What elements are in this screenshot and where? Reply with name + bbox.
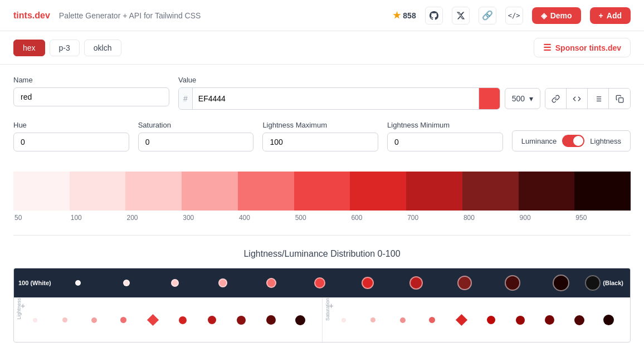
lightness-dot-wrap: [537, 275, 586, 291]
swatch-box-950[interactable]: [574, 172, 631, 211]
lightness-dot-wrap: [150, 279, 199, 287]
swatch-box-800[interactable]: [462, 172, 519, 211]
tool-code-button[interactable]: [567, 88, 588, 109]
lightness-dot: [75, 280, 81, 286]
bottom-dot-wrap-right: [388, 317, 417, 323]
saturation-label: Saturation: [138, 121, 254, 129]
bottom-dot-wrap-left: [21, 318, 50, 322]
sponsor-button[interactable]: ☰ Sponsor tints.dev: [534, 38, 631, 57]
tools-group: [545, 88, 631, 109]
bottom-dot-right: [400, 317, 406, 323]
chart-section: Lightness/Luminance Distribution 0-100 1…: [0, 249, 644, 343]
hex-input[interactable]: [193, 90, 479, 107]
swatch-label-500: 500: [294, 214, 306, 222]
swatch-label-400: 400: [238, 214, 250, 222]
swatch-label-900: 900: [519, 214, 531, 222]
lightness-min-input[interactable]: [387, 133, 503, 151]
bottom-dot-wrap-left: [80, 317, 109, 323]
link-button[interactable]: 🔗: [479, 7, 496, 25]
swatch-item: 300: [182, 172, 238, 222]
bottom-dot-wrap-right: [447, 316, 476, 324]
tab-p3[interactable]: p-3: [50, 40, 80, 56]
bottom-chart-right: Saturation +: [323, 297, 631, 342]
swatch-item: 900: [519, 172, 575, 222]
lightness-dot: [553, 275, 569, 291]
lightness-max-input[interactable]: [262, 133, 378, 151]
swatch-label-700: 700: [406, 214, 418, 222]
toggle-row: Luminance Lightness: [512, 130, 631, 151]
code-icon: </>: [508, 12, 520, 19]
swatch-item: 600: [350, 172, 406, 222]
toolbar: hex p-3 oklch ☰ Sponsor tints.dev: [0, 31, 644, 65]
swatch-box-100[interactable]: [70, 172, 126, 211]
swatch-item: 50: [13, 172, 70, 222]
lightness-dot-wrap: [440, 276, 489, 290]
swatch-label-800: 800: [462, 214, 475, 222]
toggle-left-label: Luminance: [521, 137, 557, 145]
swatch-box-900[interactable]: [519, 172, 575, 211]
divider: [13, 235, 631, 236]
add-button[interactable]: + Add: [590, 7, 631, 24]
chart-plus-right: +: [329, 301, 334, 310]
bottom-dot-wrap-right: [535, 315, 564, 325]
bottom-dot-wrap-left: [109, 317, 139, 323]
hue-group: Hue: [13, 121, 129, 151]
bottom-dot-left: [91, 317, 97, 323]
twitter-button[interactable]: [452, 7, 470, 25]
swatch-box-200[interactable]: [125, 172, 182, 211]
bottom-dot-right: [574, 315, 584, 325]
lightness-dot-wrap: [103, 280, 151, 286]
bottom-dot-wrap-right: [358, 317, 388, 322]
tool-copy-button[interactable]: [609, 88, 630, 109]
value-field-group: Value # 500 ▾: [178, 76, 631, 110]
toggle-group: x Luminance Lightness: [512, 119, 631, 151]
bottom-dot-wrap-right: [594, 315, 623, 325]
tool-list-button[interactable]: [588, 88, 609, 109]
github-button[interactable]: [425, 7, 443, 25]
bottom-dot-left: [266, 315, 276, 325]
bottom-dot-wrap-left: [50, 317, 80, 322]
tab-hex[interactable]: hex: [13, 40, 45, 56]
saturation-input[interactable]: [138, 133, 254, 151]
tab-oklch[interactable]: oklch: [84, 40, 121, 56]
value-label: Value: [178, 76, 631, 84]
name-value-row: Name Value # 500 ▾: [13, 76, 631, 110]
sliders-row: Hue Saturation Lightness Maximum Lightne…: [13, 119, 631, 151]
swatch-box-500[interactable]: [294, 172, 350, 211]
lightness-dot: [123, 280, 130, 286]
swatch-box-50[interactable]: [13, 172, 70, 211]
diamond-marker: [147, 314, 159, 326]
code-button[interactable]: </>: [505, 7, 523, 25]
plus-icon: +: [599, 11, 603, 20]
luminance-toggle[interactable]: [562, 135, 584, 147]
bottom-dot-wrap-left: [168, 316, 197, 324]
lightness-bar: 100 (White) (Black): [14, 268, 630, 297]
tool-link-button[interactable]: [545, 88, 567, 109]
form-area: Name Value # 500 ▾: [0, 65, 644, 172]
hue-input[interactable]: [13, 133, 129, 151]
hash-prefix: #: [179, 88, 193, 109]
swatches-row: 50 100 200 300 400 500 600 700 800 900 9…: [13, 172, 631, 222]
bottom-dot-right: [341, 318, 346, 322]
bottom-dot-wrap-right: [329, 318, 359, 322]
swatch-box-600[interactable]: [350, 172, 406, 211]
swatch-box-400[interactable]: [238, 172, 294, 211]
chevron-down-icon: ▾: [529, 94, 533, 103]
lightness-dot: [457, 276, 472, 290]
chart-dots-right: [323, 298, 631, 342]
black-label: (Black): [585, 275, 623, 291]
color-preview[interactable]: [479, 88, 500, 109]
chart-container: 100 (White) (Black) Lightness + Saturati…: [13, 268, 631, 343]
bottom-dot-wrap-right: [417, 317, 447, 323]
bottom-dot-wrap-right: [476, 316, 506, 324]
swatch-label-100: 100: [70, 214, 82, 222]
demo-button[interactable]: ◈ Demo: [532, 7, 581, 24]
bottom-charts: Lightness + Saturation +: [14, 297, 630, 342]
lightness-dot-wrap: [344, 277, 392, 289]
bottom-dot-right: [370, 317, 375, 322]
swatch-box-300[interactable]: [182, 172, 238, 211]
name-input[interactable]: [13, 87, 169, 106]
shade-selector[interactable]: 500 ▾: [505, 88, 540, 109]
toggle-knob: [573, 136, 583, 146]
swatch-box-700[interactable]: [406, 172, 462, 211]
